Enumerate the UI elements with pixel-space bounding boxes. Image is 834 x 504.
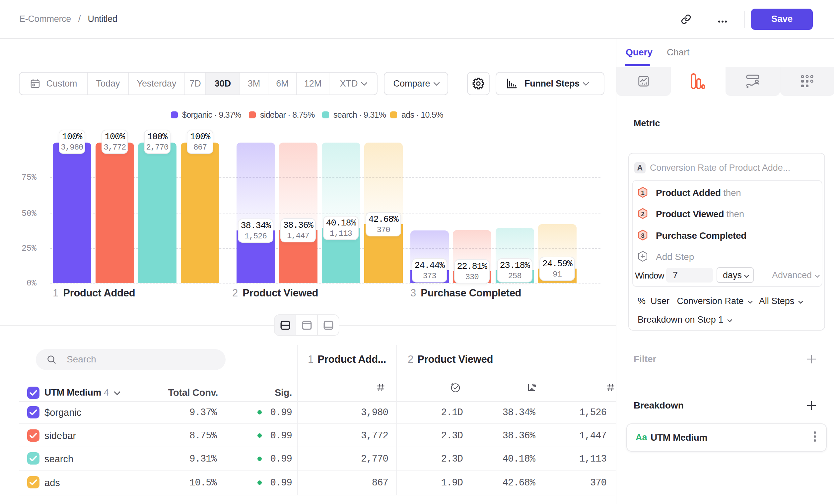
svg-text:3: 3 bbox=[641, 232, 644, 239]
svg-text:2: 2 bbox=[641, 210, 644, 217]
svg-text:1: 1 bbox=[641, 189, 644, 196]
